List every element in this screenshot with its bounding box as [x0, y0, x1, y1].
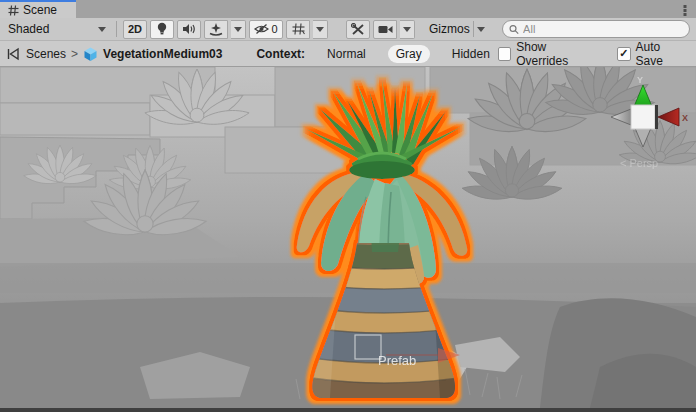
show-overrides-checkbox[interactable]: [498, 47, 511, 61]
chevron-down-icon: [477, 27, 485, 32]
camera-dropdown-button[interactable]: [400, 20, 415, 39]
camera-icon: [378, 24, 393, 35]
grid-visibility-button[interactable]: [286, 20, 310, 39]
scene-viewport-canvas: Prefab < Persp Y X: [0, 67, 696, 408]
effects-toggle-button[interactable]: [204, 20, 228, 39]
grid-icon: [292, 23, 305, 35]
gizmos-dropdown[interactable]: Gizmos: [429, 21, 485, 37]
grid-dropdown-button[interactable]: [313, 20, 328, 39]
chevron-down-icon: [98, 27, 106, 32]
eye-slash-icon: [254, 23, 269, 35]
gizmos-label: Gizmos: [429, 22, 470, 36]
tab-scene-label: Scene: [23, 3, 57, 17]
component-tools-button[interactable]: [346, 20, 370, 39]
breadcrumb: Scenes > VegetationMedium03: [6, 46, 222, 62]
effects-icon: [209, 23, 223, 36]
chevron-down-icon: [234, 27, 242, 32]
breadcrumb-root[interactable]: Scenes: [26, 47, 66, 61]
search-input[interactable]: [523, 23, 683, 35]
toolbar-divider: [116, 21, 117, 37]
breadcrumb-current[interactable]: VegetationMedium03: [103, 47, 222, 61]
perspective-label[interactable]: < Persp: [620, 157, 658, 169]
context-label: Context:: [256, 47, 305, 61]
draw-mode-label: Shaded: [8, 22, 49, 36]
prefab-label: Prefab: [378, 353, 416, 368]
draw-mode-dropdown[interactable]: Shaded: [6, 22, 110, 36]
hidden-objects-button[interactable]: 0: [249, 20, 283, 39]
camera-settings-button[interactable]: [373, 20, 397, 39]
audio-icon: [182, 23, 196, 35]
gizmo-x-label[interactable]: X: [682, 113, 688, 123]
panel-menu-button[interactable]: [679, 3, 691, 17]
auto-save-toggle[interactable]: ✓ Auto Save: [617, 40, 688, 68]
auto-save-label: Auto Save: [636, 40, 688, 68]
prefab-context-bar: Scenes > VegetationMedium03 Context: Nor…: [0, 41, 696, 67]
tab-scene[interactable]: Scene: [0, 0, 76, 18]
effects-dropdown-button[interactable]: [231, 20, 246, 39]
gizmo-y-label[interactable]: Y: [637, 75, 643, 85]
tools-icon: [351, 23, 365, 36]
scene-viewport[interactable]: Prefab < Persp Y X: [0, 67, 696, 408]
toolbar-divider: [473, 21, 474, 37]
context-option-gray[interactable]: Gray: [388, 45, 430, 63]
scene-grid-icon: [8, 5, 19, 16]
2d-toggle-label: 2D: [128, 23, 142, 35]
audio-toggle-button[interactable]: [177, 20, 201, 39]
scene-search-field[interactable]: [502, 20, 690, 38]
lighting-toggle-button[interactable]: [150, 20, 174, 39]
show-overrides-label: Show Overrides: [516, 40, 597, 68]
lightbulb-icon: [156, 22, 168, 36]
hidden-objects-count: 0: [271, 23, 277, 35]
kebab-menu-icon: [683, 4, 687, 17]
2d-toggle-button[interactable]: 2D: [123, 20, 147, 39]
window-bottom-edge: [0, 408, 696, 412]
search-icon: [509, 24, 519, 35]
scene-toolbar: Shaded 2D: [0, 18, 696, 41]
scene-panel: Scene Shaded 2D: [0, 0, 696, 412]
chevron-down-icon: [403, 27, 411, 32]
gizmo-cube[interactable]: [631, 105, 655, 129]
chevron-down-icon: [316, 27, 324, 32]
show-overrides-toggle[interactable]: Show Overrides: [498, 40, 597, 68]
back-arrow-icon[interactable]: [6, 47, 21, 61]
tab-bar: Scene: [0, 0, 696, 18]
prefab-cube-icon: [83, 46, 98, 62]
auto-save-checkbox[interactable]: ✓: [617, 47, 630, 61]
context-option-normal[interactable]: Normal: [319, 45, 374, 63]
breadcrumb-separator: >: [71, 47, 78, 61]
context-option-hidden[interactable]: Hidden: [444, 45, 498, 63]
